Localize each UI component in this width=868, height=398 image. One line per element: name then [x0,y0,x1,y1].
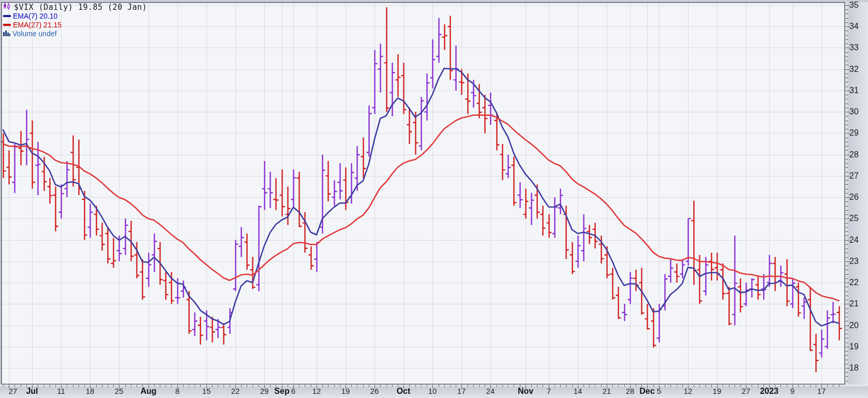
y-axis-label: 24 [849,235,859,245]
ema27-label: EMA(27) 21.15 [13,21,62,29]
vix-daily-chart: $VIX (Daily) 19.85 (20 Jan) EMA(7) 20.10… [0,0,868,398]
y-axis-label: 22 [849,278,859,287]
x-axis-label: 5 [647,387,671,396]
x-axis-label: 21 [594,387,619,396]
x-axis-label: 19 [333,387,358,396]
y-axis-label: 27 [849,171,859,181]
y-axis-label: 23 [849,257,859,266]
x-axis-label: 19 [705,387,729,396]
ema27-line-swatch [3,24,11,26]
x-axis-label: 22 [223,387,248,396]
y-axis-label: 34 [849,22,859,31]
chart-legend: $VIX (Daily) 19.85 (20 Jan) EMA(7) 20.10… [3,3,147,38]
legend-ema7-row: EMA(7) 20.10 [3,11,147,20]
x-axis-label: 14 [565,387,590,396]
x-axis-label: 6 [281,387,306,396]
ema7-line-swatch [3,15,11,17]
y-axis-label: 28 [849,150,859,159]
y-axis-label: 18 [849,363,859,373]
x-axis-label: Nov [513,387,538,396]
candlestick-icon [3,2,11,12]
y-axis-label: 29 [849,128,859,138]
x-axis-label: 11 [49,387,73,396]
x-axis-label: 10 [420,387,445,396]
x-axis-label: 7 [536,387,561,396]
volume-label: Volume undef [12,30,57,38]
x-axis-label: 15 [194,387,219,396]
x-axis-label: Aug [136,387,161,396]
x-axis-label: 27 [734,387,758,396]
y-axis-label: 30 [849,107,859,116]
x-axis-label: 24 [478,387,503,396]
y-axis-label: 33 [849,43,859,52]
x-axis-label: 8 [165,387,190,396]
x-axis-label: Oct [391,387,416,396]
y-axis-label: 19 [849,342,859,351]
y-axis-label: 32 [849,65,859,74]
x-axis-label: 26 [362,387,387,396]
x-axis-label: 17 [449,387,474,396]
y-axis-label: 21 [849,299,859,308]
legend-volume-row: Volume undef [3,29,147,38]
x-axis-label: 12 [676,387,700,396]
legend-title-row: $VIX (Daily) 19.85 (20 Jan) [3,3,147,11]
y-axis-label: 26 [849,193,859,202]
x-axis-label: 12 [304,387,329,396]
x-axis-label: 9 [780,387,805,396]
y-axis-label: 20 [849,321,859,330]
legend-ema27-row: EMA(27) 21.15 [3,20,147,29]
y-axis-label: 35 [849,1,859,10]
x-axis-label: 17 [809,387,834,396]
y-axis-label: 31 [849,86,859,95]
y-axis-label: 25 [849,214,859,223]
ema7-label: EMA(7) 20.10 [13,12,57,20]
x-axis-label: 25 [107,387,131,396]
x-axis-label: 2023 [757,387,782,396]
x-axis-label: Jul [20,387,44,396]
price-plot-canvas [0,0,868,398]
volume-bars-icon [3,29,10,38]
chart-title: $VIX (Daily) 19.85 (20 Jan) [14,3,147,12]
x-axis-label: 18 [78,387,102,396]
